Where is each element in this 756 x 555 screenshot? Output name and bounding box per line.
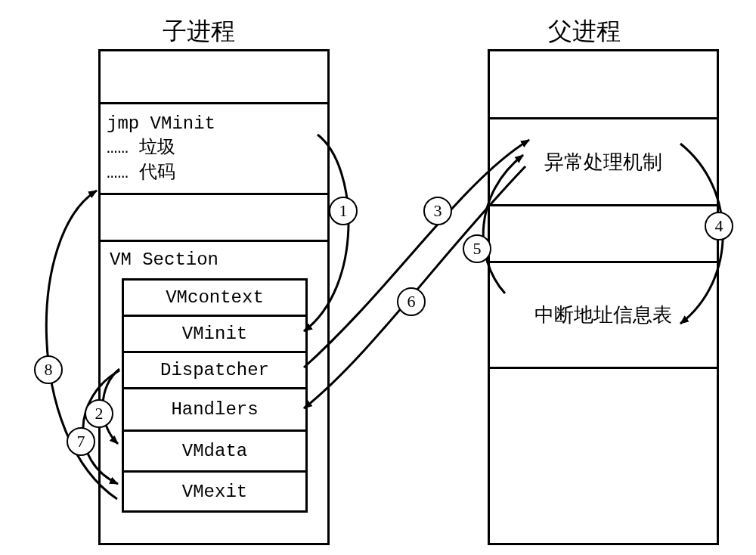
child-process-box: jmp VMinit …… 垃圾 …… 代码 VM Section VMcont… bbox=[98, 49, 330, 545]
parent-row-interrupt: 中断地址信息表 bbox=[490, 263, 717, 369]
vm-section-label: VM Section bbox=[110, 250, 218, 270]
interrupt-table-label: 中断地址信息表 bbox=[534, 302, 672, 328]
child-row-blank-top bbox=[101, 51, 327, 104]
child-row-code: jmp VMinit …… 垃圾 …… 代码 bbox=[101, 104, 327, 195]
vm-item-vmdata: VMdata bbox=[124, 432, 305, 473]
parent-row-blank-bottom bbox=[490, 369, 717, 539]
step-badge-2: 2 bbox=[85, 399, 113, 428]
child-row-blank-mid bbox=[101, 195, 327, 242]
vm-item-handlers: Handlers bbox=[124, 389, 305, 432]
step-badge-4: 4 bbox=[705, 212, 733, 240]
parent-row-exception: 异常处理机制 bbox=[490, 119, 717, 206]
parent-row-blank-mid bbox=[490, 206, 717, 263]
diagram-root: 子进程 父进程 jmp VMinit …… 垃圾 …… 代码 VM Sectio… bbox=[15, 15, 741, 544]
step-badge-1: 1 bbox=[329, 197, 358, 225]
exception-handler-label: 异常处理机制 bbox=[544, 149, 662, 175]
step-badge-5: 5 bbox=[463, 234, 491, 263]
step-badge-3: 3 bbox=[423, 197, 452, 225]
parent-process-title: 父进程 bbox=[548, 15, 621, 48]
vm-item-vmcontext: VMcontext bbox=[124, 281, 305, 317]
vm-item-vminit: VMinit bbox=[124, 317, 305, 353]
vm-inner-stack: VMcontext VMinit Dispatcher Handlers VMd… bbox=[122, 278, 308, 513]
step-badge-8: 8 bbox=[34, 355, 63, 384]
step-badge-7: 7 bbox=[67, 427, 95, 456]
code-block: jmp VMinit …… 垃圾 …… 代码 bbox=[107, 112, 215, 185]
child-process-title: 子进程 bbox=[163, 15, 235, 48]
parent-process-box: 异常处理机制 中断地址信息表 bbox=[488, 49, 719, 545]
vm-item-dispatcher: Dispatcher bbox=[124, 353, 305, 389]
vm-item-vmexit: VMexit bbox=[124, 473, 305, 510]
parent-row-blank-top bbox=[490, 51, 717, 119]
step-badge-6: 6 bbox=[397, 287, 426, 316]
child-row-vm-section: VM Section VMcontext VMinit Dispatcher H… bbox=[101, 242, 327, 541]
